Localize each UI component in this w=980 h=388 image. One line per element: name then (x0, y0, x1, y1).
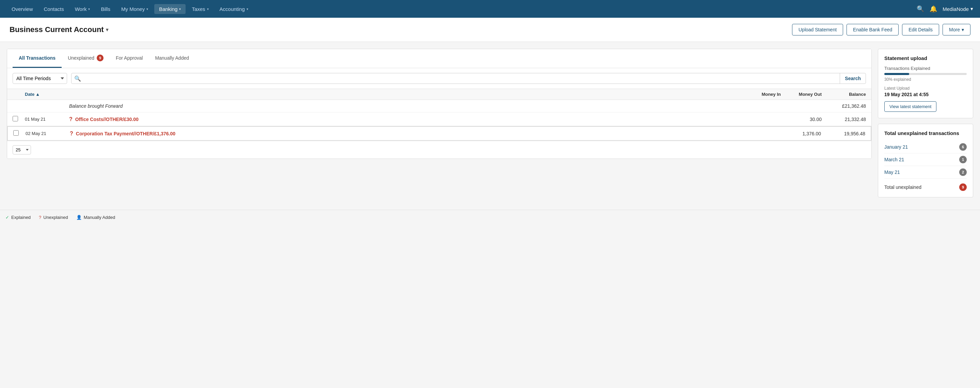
nav-label-banking: Banking (159, 6, 177, 12)
th-money-out: Money Out (781, 92, 822, 97)
table-row[interactable]: 01 May 21 ? Office Costs//OTHER/£30.00 3… (7, 112, 871, 126)
row-checkbox-cell (13, 116, 25, 122)
statement-upload-card: Statement upload Transactions Explained … (878, 49, 973, 118)
time-period-select[interactable]: All Time Periods This Month Last Month T… (13, 73, 67, 84)
unexplained-month-mar[interactable]: March 21 (884, 157, 904, 162)
total-unexplained-count: 9 (959, 184, 967, 191)
check-icon: ✓ (5, 215, 9, 220)
progress-bar-bg (884, 73, 967, 75)
row-date: 01 May 21 (25, 117, 69, 122)
row-money-out: 1,376.00 (780, 131, 821, 136)
nav-item-contacts[interactable]: Contacts (39, 4, 69, 14)
unexplained-card-title: Total unexplained transactions (884, 130, 967, 136)
unexplained-count-jan: 6 (959, 143, 967, 151)
nav-item-bills[interactable]: Bills (96, 4, 115, 14)
nav-item-banking[interactable]: Banking ▾ (154, 4, 186, 14)
tab-unexplained-label: Unexplained (68, 55, 94, 61)
total-unexplained-row: Total unexplained 9 (884, 180, 967, 191)
bbf-row: Balance brought Forward £21,362.48 (7, 100, 871, 112)
legend-unexplained: ? Unexplained (39, 215, 68, 220)
stat-label: Transactions Explained (884, 66, 967, 71)
unexplained-icon: ? (69, 116, 73, 122)
unexplained-badge: 9 (97, 54, 103, 61)
row-description: Office Costs//OTHER/£30.00 (75, 117, 138, 122)
account-dropdown-arrow[interactable]: ▾ (106, 27, 108, 32)
question-icon: ? (39, 215, 41, 220)
main-layout: All Transactions Unexplained 9 For Appro… (0, 42, 980, 210)
search-icon[interactable]: 🔍 (917, 5, 924, 13)
user-menu[interactable]: MediaNode ▾ (943, 6, 973, 12)
view-statement-button[interactable]: View latest statement (884, 101, 936, 112)
chevron-down-icon-more: ▾ (962, 27, 964, 32)
legend-manually: 👤 Manually Added (76, 215, 115, 220)
bbf-balance: £21,362.48 (822, 103, 866, 109)
tab-all-label: All Transactions (19, 55, 56, 61)
nav-item-mymoney[interactable]: My Money ▾ (116, 4, 153, 14)
row-description: Corporation Tax Payment//OTHER/£1,376.00 (76, 131, 175, 136)
table-row[interactable]: 02 May 21 ? Corporation Tax Payment//OTH… (7, 126, 871, 141)
legend-unexplained-label: Unexplained (43, 215, 68, 220)
chevron-down-icon-banking: ▾ (179, 7, 181, 11)
tab-unexplained[interactable]: Unexplained 9 (62, 49, 110, 68)
nav-label-overview: Overview (11, 6, 33, 12)
unexplained-list: January 21 6 March 21 1 May 21 2 (884, 141, 967, 179)
bell-icon[interactable]: 🔔 (930, 5, 937, 13)
edit-details-button[interactable]: Edit Details (902, 24, 939, 35)
tab-manually-label: Manually Added (155, 55, 189, 61)
th-balance: Balance (822, 92, 866, 97)
search-icon-inner: 🔍 (72, 75, 84, 82)
pagination-row: 25 10 50 100 (7, 141, 871, 158)
row-checkbox[interactable] (13, 116, 18, 121)
upload-label: Latest Upload (884, 86, 967, 91)
more-label: More (949, 27, 960, 32)
page-size-select[interactable]: 25 10 50 100 (13, 145, 31, 155)
unexplained-month-jan[interactable]: January 21 (884, 144, 908, 150)
unexplained-count-mar: 1 (959, 156, 967, 163)
chevron-down-icon-mymoney: ▾ (146, 7, 148, 11)
row-date: 02 May 21 (25, 131, 70, 136)
unexplained-row-jan: January 21 6 (884, 141, 967, 153)
chevron-down-icon: ▾ (88, 7, 90, 11)
tab-manually-added[interactable]: Manually Added (149, 49, 195, 68)
row-checkbox[interactable] (13, 130, 19, 136)
page-header: Business Current Account ▾ Upload Statem… (0, 18, 980, 42)
progress-bar-fill (884, 73, 909, 75)
transaction-tabs: All Transactions Unexplained 9 For Appro… (7, 49, 871, 68)
header-actions: Upload Statement Enable Bank Feed Edit D… (792, 24, 970, 35)
unexplained-month-may[interactable]: May 21 (884, 169, 900, 175)
enable-bank-feed-button[interactable]: Enable Bank Feed (846, 24, 899, 35)
unexplained-count-may: 2 (959, 168, 967, 176)
nav-label-work: Work (75, 6, 87, 12)
upload-statement-button[interactable]: Upload Statement (792, 24, 843, 35)
total-unexplained-label: Total unexplained (884, 184, 921, 190)
tab-all-transactions[interactable]: All Transactions (13, 49, 62, 68)
chevron-down-icon-accounting: ▾ (247, 7, 248, 11)
row-balance: 21,332.48 (822, 117, 866, 122)
nav-item-taxes[interactable]: Taxes ▾ (187, 4, 213, 14)
top-navigation: Overview Contacts Work ▾ Bills My Money … (0, 0, 980, 18)
statement-card-title: Statement upload (884, 55, 967, 61)
row-checkbox-cell (13, 130, 25, 137)
th-money-in: Money In (740, 92, 781, 97)
nav-item-overview[interactable]: Overview (7, 4, 38, 14)
nav-label-bills: Bills (101, 6, 110, 12)
nav-item-work[interactable]: Work ▾ (70, 4, 95, 14)
person-icon: 👤 (76, 215, 82, 220)
upload-date: 19 May 2021 at 4:55 (884, 92, 967, 97)
chevron-down-icon-taxes: ▾ (207, 7, 209, 11)
unexplained-icon: ? (70, 131, 73, 137)
search-container: 🔍 Search (71, 73, 866, 84)
th-date[interactable]: Date ▲ (25, 92, 69, 97)
bbf-label: Balance brought Forward (69, 103, 740, 109)
transactions-table: Date ▲ Money In Money Out Balance Balanc… (7, 89, 871, 158)
legend-manually-label: Manually Added (84, 215, 115, 220)
legend-explained: ✓ Explained (5, 215, 31, 220)
tab-for-approval[interactable]: For Approval (110, 49, 149, 68)
nav-item-accounting[interactable]: Accounting ▾ (215, 4, 253, 14)
more-button[interactable]: More ▾ (943, 24, 970, 35)
nav-label-contacts: Contacts (44, 6, 64, 12)
row-desc-cell: ? Office Costs//OTHER/£30.00 (69, 116, 740, 122)
search-button[interactable]: Search (840, 73, 865, 83)
search-input[interactable] (84, 73, 840, 83)
filter-row: All Time Periods This Month Last Month T… (7, 68, 871, 89)
